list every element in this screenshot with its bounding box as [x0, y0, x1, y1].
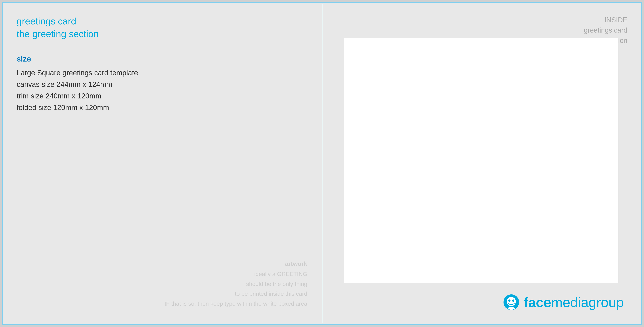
size-detail-3: trim size 240mm x 120mm	[17, 90, 309, 102]
logo-text: facemediagroup	[524, 294, 624, 310]
left-title-line2: the greeting section	[17, 28, 309, 40]
left-title: greetings card the greeting section	[17, 15, 309, 40]
artwork-line-4: IF that is so, then keep typo within the…	[164, 299, 307, 308]
outer-border: greetings card the greeting section size…	[2, 2, 642, 325]
svg-point-4	[508, 307, 515, 310]
size-label: size	[17, 55, 309, 63]
size-detail-1: Large Square greetings card template	[17, 67, 309, 79]
artwork-line-1: ideally a GREETING	[164, 269, 307, 279]
logo-area: facemediagroup	[503, 294, 624, 310]
size-detail-4: folded size 120mm x 120mm	[17, 102, 309, 113]
logo-face: face	[524, 295, 551, 310]
left-panel: greetings card the greeting section size…	[4, 4, 322, 323]
logo-mediagroup: mediagroup	[551, 295, 624, 310]
right-title-line1: greetings card	[567, 25, 627, 36]
size-details: Large Square greetings card template can…	[17, 67, 309, 113]
artwork-title: artwork	[164, 260, 307, 267]
svg-point-2	[508, 299, 510, 302]
artwork-body: ideally a GREETING should be the only th…	[164, 269, 307, 308]
artwork-line-2: should be the only thing	[164, 279, 307, 289]
left-title-line1: greetings card	[17, 15, 309, 28]
size-detail-2: canvas size 244mm x 124mm	[17, 79, 309, 90]
white-card-area	[344, 38, 618, 283]
right-panel: INSIDE greetings card the greeting secti…	[322, 4, 640, 323]
card-container: greetings card the greeting section size…	[4, 4, 640, 323]
artwork-section: artwork ideally a GREETING should be the…	[164, 260, 307, 308]
facemediagroup-icon	[503, 294, 520, 310]
artwork-line-3: to be printed inside this card	[164, 289, 307, 298]
svg-point-3	[512, 299, 514, 302]
inside-label: INSIDE	[567, 15, 627, 25]
